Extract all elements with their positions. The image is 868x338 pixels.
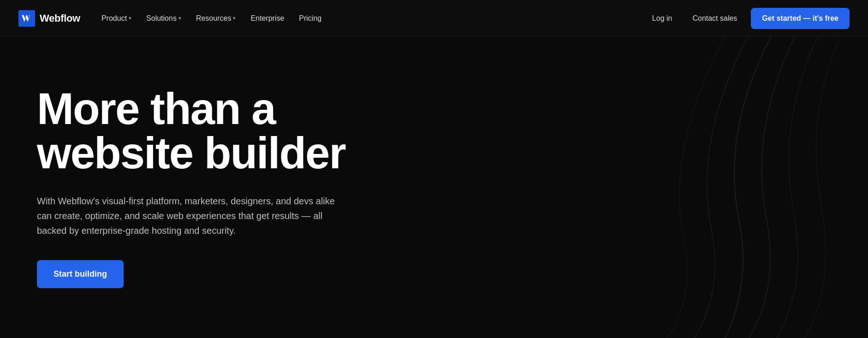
nav-item-enterprise[interactable]: Enterprise bbox=[244, 11, 291, 26]
chevron-down-icon: ▾ bbox=[178, 15, 181, 21]
nav-item-resources[interactable]: Resources ▾ bbox=[190, 11, 242, 26]
login-link[interactable]: Log in bbox=[646, 11, 679, 26]
brand-name: Webflow bbox=[40, 12, 80, 24]
hero-title-line1: More than a bbox=[37, 84, 275, 133]
get-started-button[interactable]: Get started — it's free bbox=[751, 8, 850, 29]
hero-title-line2: website builder bbox=[37, 128, 345, 178]
nav-item-solutions[interactable]: Solutions ▾ bbox=[140, 11, 188, 26]
nav-enterprise-label: Enterprise bbox=[250, 14, 284, 23]
hero-decoration bbox=[453, 37, 868, 338]
nav-left: Webflow Product ▾ Solutions ▾ Resources … bbox=[18, 10, 328, 27]
hero-title: More than a website builder bbox=[37, 87, 351, 175]
logo[interactable]: Webflow bbox=[18, 10, 80, 27]
nav-item-pricing[interactable]: Pricing bbox=[292, 11, 328, 26]
chevron-down-icon: ▾ bbox=[129, 15, 131, 21]
nav-right: Log in Contact sales Get started — it's … bbox=[646, 8, 850, 29]
hero-description: With Webflow's visual-first platform, ma… bbox=[37, 194, 351, 238]
contact-sales-link[interactable]: Contact sales bbox=[686, 11, 743, 26]
nav-pricing-label: Pricing bbox=[299, 14, 321, 23]
nav-item-product[interactable]: Product ▾ bbox=[95, 11, 138, 26]
chevron-down-icon: ▾ bbox=[233, 15, 236, 21]
nav-menu: Product ▾ Solutions ▾ Resources ▾ Enterp… bbox=[95, 11, 328, 26]
webflow-logo-icon bbox=[18, 10, 35, 27]
nav-resources-label: Resources bbox=[196, 14, 231, 23]
hero-content: More than a website builder With Webflow… bbox=[37, 87, 351, 288]
start-building-button[interactable]: Start building bbox=[37, 260, 124, 288]
navbar: Webflow Product ▾ Solutions ▾ Resources … bbox=[0, 0, 868, 37]
nav-product-label: Product bbox=[101, 14, 127, 23]
nav-solutions-label: Solutions bbox=[146, 14, 177, 23]
hero-section: More than a website builder With Webflow… bbox=[0, 37, 868, 338]
